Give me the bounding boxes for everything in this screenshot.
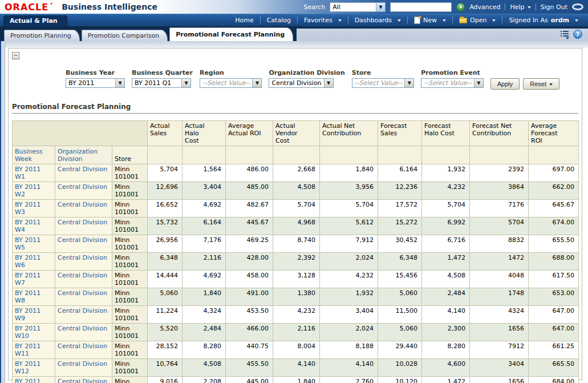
nav-menu: HomeCatalogFavoritesDashboardsNewOpenSig… — [229, 14, 588, 26]
cell-value: 8,004 — [273, 341, 320, 359]
cell-business-week[interactable]: BY 2011 W11 — [13, 341, 55, 359]
prompt-organization-division: Organization DivisionCentral Division▼ — [269, 69, 344, 88]
search-input[interactable] — [390, 2, 452, 12]
column-header-forecast-net-contribution[interactable]: Forecast Net Contribution — [470, 121, 529, 146]
cell-business-week[interactable]: BY 2011 W9 — [13, 306, 55, 324]
cell-value: 11,500 — [378, 306, 422, 324]
cell-business-week[interactable]: BY 2011 W2 — [13, 182, 55, 200]
cell-organization-division[interactable]: Central Division — [55, 306, 112, 324]
cell-organization-division[interactable]: Central Division — [55, 359, 112, 377]
prompt-select-business-year[interactable]: BY 2011▼ — [66, 78, 125, 88]
cell-value: 4048 — [470, 271, 529, 288]
tab-promotion-comparison[interactable]: Promotion Comparison — [82, 30, 168, 41]
cell-value: 1,380 — [273, 288, 320, 306]
column-header-average-actual-roi[interactable]: Average Actual ROI — [226, 121, 273, 146]
chevron-down-icon[interactable]: ▼ — [324, 79, 333, 87]
column-header-actual-vendor-cost[interactable]: Actual Vendor Cost — [273, 121, 320, 146]
cell-organization-division[interactable]: Central Division — [55, 200, 112, 217]
cell-organization-division[interactable]: Central Division — [55, 271, 112, 288]
cell-value: 7176 — [470, 200, 529, 217]
prompt-select-region[interactable]: --Select Value--▼ — [200, 78, 262, 88]
cell-business-week[interactable]: BY 2011 W6 — [13, 253, 55, 271]
tab-promotion-planning[interactable]: Promotion Planning — [4, 30, 80, 41]
cell-organization-division[interactable]: Central Division — [55, 341, 112, 359]
nav-item-new[interactable]: New — [407, 17, 452, 24]
chevron-down-icon[interactable]: ▼ — [115, 79, 124, 87]
nav-item-open[interactable]: Open — [452, 17, 502, 24]
tab-promotional-forecast-planning[interactable]: Promotional Forecast Planning — [169, 27, 293, 41]
cell-business-week[interactable]: BY 2011 W1 — [13, 164, 55, 182]
cell-value: 10,764 — [148, 359, 183, 377]
sign-out-link[interactable]: Sign Out — [541, 3, 567, 11]
cell-value: 4,232 — [273, 306, 320, 324]
nav-item-favorites[interactable]: Favorites — [297, 17, 348, 24]
cell-business-week[interactable]: BY 2011 W12 — [13, 359, 55, 377]
advanced-link[interactable]: Advanced — [469, 3, 500, 11]
column-header-actual-net-contribution[interactable]: Actual Net Contribution — [320, 121, 378, 146]
collapse-section-button[interactable]: − — [12, 52, 19, 59]
cell-organization-division[interactable]: Central Division — [55, 164, 112, 182]
go-arrow-icon — [460, 5, 463, 9]
cell-value: 2,024 — [320, 324, 378, 341]
cell-business-week[interactable]: BY 2011 W7 — [13, 271, 55, 288]
cell-value: 428.00 — [226, 253, 273, 271]
search-go-button[interactable] — [456, 3, 465, 11]
column-header-forecast-halo-cost[interactable]: Forecast Halo Cost — [422, 121, 470, 146]
table-row: BY 2011 W12Central DivisionMinn 10100110… — [13, 359, 579, 377]
dashboard-tab-actual-and-plan[interactable]: Actual & Plan — [3, 15, 67, 26]
prompt-select-store[interactable]: --Select Value--▼ — [352, 78, 415, 88]
cell-organization-division[interactable]: Central Division — [55, 217, 112, 235]
column-header-business-week[interactable]: Business Week — [13, 146, 55, 164]
cell-organization-division[interactable]: Central Division — [55, 182, 112, 200]
cell-value: 15,456 — [378, 271, 422, 288]
prompt-value: --Select Value-- — [352, 79, 405, 87]
cell-business-week[interactable]: BY 2011 W8 — [13, 288, 55, 306]
prompt-select-business-quarter[interactable]: BY 2011 Q1▼ — [132, 78, 191, 88]
cell-business-week[interactable]: BY 2011 W3 — [13, 200, 55, 217]
cell-organization-division[interactable]: Central Division — [55, 324, 112, 341]
prompt-select-promotion-event[interactable]: --Select Value--▼ — [421, 78, 484, 88]
cell-value: 2,300 — [422, 324, 470, 341]
column-header-organization-division[interactable]: Organization Division — [55, 146, 112, 164]
cell-business-week[interactable]: BY 2011 W13 — [13, 377, 55, 383]
cell-value: 655.50 — [529, 235, 579, 253]
cell-value: 674.00 — [529, 217, 579, 235]
nav-item-catalog[interactable]: Catalog — [260, 17, 297, 24]
chevron-down-icon[interactable]: ▼ — [252, 79, 261, 87]
cell-business-week[interactable]: BY 2011 W10 — [13, 324, 55, 341]
cell-organization-division[interactable]: Central Division — [55, 253, 112, 271]
nav-item-dashboards[interactable]: Dashboards — [348, 17, 407, 24]
table-row: BY 2011 W1Central DivisionMinn 1010015,7… — [13, 164, 579, 182]
cell-business-week[interactable]: BY 2011 W4 — [13, 217, 55, 235]
chevron-down-icon[interactable]: ▼ — [376, 3, 385, 11]
table-row: BY 2011 W13Central DivisionMinn 1010019,… — [13, 377, 579, 383]
column-header-actual-halo-cost[interactable]: Actual Halo Cost — [183, 121, 226, 146]
help-icon[interactable]: ? — [573, 30, 582, 39]
cell-organization-division[interactable]: Central Division — [55, 377, 112, 383]
signed-in-as[interactable]: Signed In Asordm — [502, 17, 585, 24]
search-scope-select[interactable]: All ▼ — [330, 2, 386, 12]
cell-organization-division[interactable]: Central Division — [55, 235, 112, 253]
help-menu[interactable]: Help — [510, 3, 530, 11]
table-corner-cell — [13, 121, 148, 146]
cell-value: 662.00 — [529, 182, 579, 200]
reset-button[interactable]: Reset — [523, 78, 559, 90]
cell-value: 4,232 — [320, 271, 378, 288]
header-spacer-cell — [529, 146, 579, 164]
chevron-down-icon[interactable]: ▼ — [181, 79, 190, 87]
chevron-down-icon[interactable]: ▼ — [474, 79, 483, 87]
pane-splitter[interactable] — [0, 41, 5, 383]
cell-value: 1,472 — [422, 253, 470, 271]
cell-value: 3,404 — [320, 306, 378, 324]
prompt-select-organization-division[interactable]: Central Division▼ — [269, 78, 333, 88]
apply-button[interactable]: Apply — [490, 78, 520, 90]
page-options-icon[interactable] — [561, 31, 569, 38]
column-header-actual-sales[interactable]: Actual Sales — [148, 121, 183, 146]
prompt-label: Promotion Event — [421, 69, 484, 76]
column-header-forecast-sales[interactable]: Forecast Sales — [378, 121, 422, 146]
cell-organization-division[interactable]: Central Division — [55, 288, 112, 306]
nav-item-home[interactable]: Home — [229, 17, 259, 24]
cell-business-week[interactable]: BY 2011 W5 — [13, 235, 55, 253]
chevron-down-icon[interactable]: ▼ — [404, 79, 413, 87]
column-header-average-forecast-roi[interactable]: Average Forecast ROI — [529, 121, 579, 146]
